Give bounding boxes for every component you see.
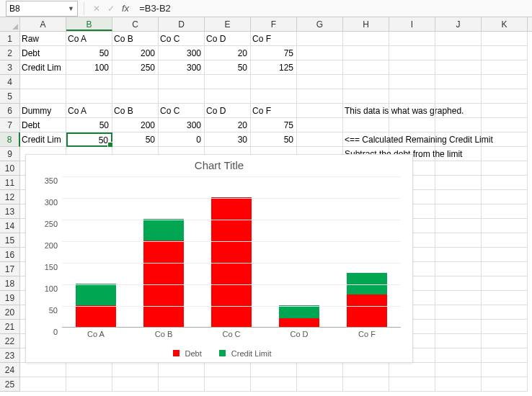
- cell[interactable]: 125: [251, 60, 297, 75]
- cell[interactable]: <== Calculated Remaining Credit Limit: [343, 132, 389, 147]
- cell[interactable]: Co C: [159, 32, 205, 46]
- column-header[interactable]: F: [251, 17, 297, 31]
- chart-bar-segment[interactable]: [279, 305, 319, 318]
- cell[interactable]: [251, 363, 297, 377]
- cell[interactable]: 75: [251, 118, 297, 132]
- cell[interactable]: [435, 233, 482, 248]
- cell[interactable]: This data is what was graphed.: [343, 104, 389, 118]
- cell[interactable]: 20: [205, 46, 251, 60]
- cell[interactable]: [66, 377, 112, 392]
- embedded-chart[interactable]: Chart Title Co ACo BCo CCo DCo F 0501001…: [25, 154, 413, 363]
- cell[interactable]: 300: [159, 118, 205, 132]
- cell[interactable]: 0: [159, 132, 205, 147]
- cell[interactable]: Credit Lim: [20, 132, 66, 147]
- cell[interactable]: [482, 276, 528, 291]
- cell[interactable]: Co D: [205, 104, 251, 118]
- cell[interactable]: [112, 377, 159, 392]
- cell[interactable]: [251, 377, 297, 392]
- column-header[interactable]: I: [389, 17, 435, 31]
- cell[interactable]: [389, 104, 435, 118]
- cell[interactable]: [435, 176, 482, 190]
- cell[interactable]: 300: [159, 46, 205, 60]
- column-header[interactable]: J: [435, 17, 482, 31]
- cell[interactable]: [343, 46, 389, 60]
- cell[interactable]: 75: [251, 46, 297, 60]
- row-header[interactable]: 23: [0, 348, 20, 363]
- row-header[interactable]: 1: [0, 32, 20, 46]
- chart-title[interactable]: Chart Title: [26, 155, 412, 173]
- row-header[interactable]: 9: [0, 147, 20, 161]
- row-header[interactable]: 11: [0, 176, 20, 190]
- column-header[interactable]: B: [66, 17, 112, 31]
- row-header[interactable]: 5: [0, 89, 20, 104]
- cell[interactable]: [482, 161, 528, 176]
- chart-bar-segment[interactable]: [76, 284, 116, 305]
- cell[interactable]: [297, 60, 343, 75]
- chart-bar-segment[interactable]: [143, 240, 184, 327]
- cell[interactable]: [482, 32, 528, 46]
- cell[interactable]: [205, 377, 251, 392]
- cell[interactable]: 50: [66, 132, 112, 147]
- row-header[interactable]: 21: [0, 320, 20, 334]
- cell[interactable]: [389, 32, 435, 46]
- cell[interactable]: [482, 291, 528, 305]
- cell[interactable]: [297, 132, 343, 147]
- cell[interactable]: [343, 377, 389, 392]
- cell[interactable]: [66, 75, 112, 89]
- cell[interactable]: 200: [112, 46, 159, 60]
- cell[interactable]: [482, 262, 528, 276]
- row-header[interactable]: 16: [0, 248, 20, 262]
- chart-bar-segment[interactable]: [211, 197, 252, 327]
- cell[interactable]: [435, 104, 482, 118]
- select-all-corner[interactable]: [0, 17, 20, 31]
- cell[interactable]: [482, 348, 528, 363]
- cell[interactable]: [435, 147, 482, 161]
- cell[interactable]: [159, 377, 205, 392]
- cell[interactable]: [297, 89, 343, 104]
- cell[interactable]: [482, 305, 528, 320]
- name-box[interactable]: B8 ▼: [6, 1, 78, 17]
- cell[interactable]: [482, 75, 528, 89]
- cell[interactable]: Co B: [112, 32, 159, 46]
- column-header[interactable]: K: [482, 17, 528, 31]
- cell[interactable]: [343, 60, 389, 75]
- cell[interactable]: [482, 233, 528, 248]
- cell[interactable]: [482, 248, 528, 262]
- cell[interactable]: [389, 363, 435, 377]
- cell[interactable]: [435, 334, 482, 348]
- cell[interactable]: [343, 363, 389, 377]
- column-header[interactable]: D: [159, 17, 205, 31]
- cell[interactable]: Co F: [251, 104, 297, 118]
- cell[interactable]: [343, 32, 389, 46]
- row-header[interactable]: 8: [0, 132, 20, 147]
- cell[interactable]: [297, 32, 343, 46]
- chart-legend[interactable]: DebtCredit Limit: [26, 349, 412, 359]
- cell[interactable]: 300: [159, 60, 205, 75]
- cell[interactable]: Co B: [112, 104, 159, 118]
- cell[interactable]: [66, 89, 112, 104]
- cell[interactable]: 50: [205, 60, 251, 75]
- cell[interactable]: [297, 104, 343, 118]
- cell[interactable]: [112, 75, 159, 89]
- name-box-dropdown-icon[interactable]: ▼: [68, 5, 74, 12]
- column-header[interactable]: G: [297, 17, 343, 31]
- cell[interactable]: 50: [66, 46, 112, 60]
- fx-icon[interactable]: fx: [122, 3, 129, 14]
- cell[interactable]: [251, 75, 297, 89]
- cell[interactable]: Co A: [66, 104, 112, 118]
- formula-input[interactable]: =B3-B2: [135, 3, 532, 14]
- cell[interactable]: [297, 118, 343, 132]
- cell[interactable]: [482, 204, 528, 219]
- row-header[interactable]: 3: [0, 60, 20, 75]
- cell[interactable]: [435, 348, 482, 363]
- row-header[interactable]: 10: [0, 161, 20, 176]
- chart-bar-segment[interactable]: [347, 294, 387, 327]
- cell[interactable]: [297, 377, 343, 392]
- cell[interactable]: [435, 161, 482, 176]
- cell[interactable]: [482, 377, 528, 392]
- row-header[interactable]: 20: [0, 305, 20, 320]
- cell[interactable]: [482, 104, 528, 118]
- cell[interactable]: [205, 75, 251, 89]
- cell[interactable]: [389, 377, 435, 392]
- row-header[interactable]: 18: [0, 276, 20, 291]
